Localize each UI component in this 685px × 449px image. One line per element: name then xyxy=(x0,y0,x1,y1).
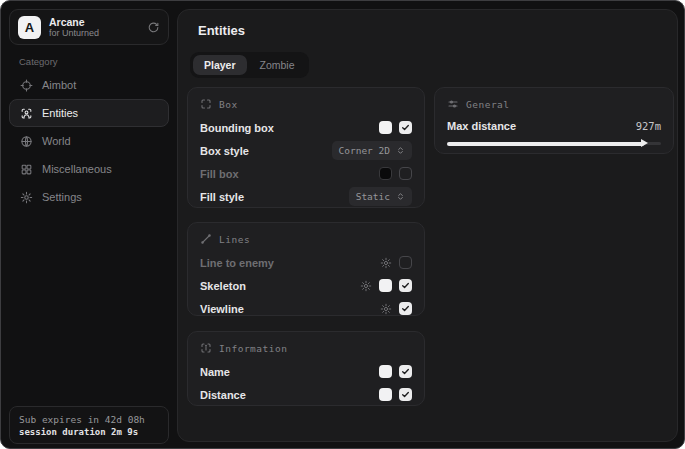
dropdown-value: Corner 2D xyxy=(339,145,390,156)
setting-label: Distance xyxy=(200,389,246,401)
category-label: Category xyxy=(19,56,58,67)
color-swatch[interactable] xyxy=(379,279,392,292)
sub-expiry-text: Sub expires in 42d 08h xyxy=(19,414,159,425)
card-title: Box xyxy=(219,99,238,110)
checkbox-checked[interactable] xyxy=(399,121,412,134)
card-title: Lines xyxy=(219,234,250,245)
setting-label: Name xyxy=(200,366,230,378)
page-title: Entities xyxy=(198,23,245,38)
sidebar-item-label: Aimbot xyxy=(42,79,76,91)
subscription-info-box: Sub expires in 42d 08h session duration … xyxy=(9,406,169,444)
app-title-block: Arcane for Unturned xyxy=(49,16,99,39)
box-style-dropdown[interactable]: Corner 2D xyxy=(332,141,412,160)
card-title: Information xyxy=(219,343,287,354)
sidebar-item-label: Miscellaneous xyxy=(42,163,112,175)
grid-icon xyxy=(20,163,33,176)
app-name: Arcane xyxy=(49,16,99,28)
sidebar-item-label: Entities xyxy=(42,107,78,119)
tab-zombie[interactable]: Zombie xyxy=(249,55,306,75)
row-settings-gear-icon[interactable] xyxy=(380,257,392,269)
globe-icon xyxy=(20,135,33,148)
sidebar-item-world[interactable]: World xyxy=(9,127,169,155)
lines-card: Lines Line to enemy Skeleton xyxy=(187,222,425,316)
color-swatch[interactable] xyxy=(379,365,392,378)
fill-style-dropdown[interactable]: Static xyxy=(349,187,412,206)
setting-label: Fill style xyxy=(200,191,244,203)
box-card-header: Box xyxy=(200,97,412,111)
setting-label: Line to enemy xyxy=(200,257,274,269)
sidebar-item-miscellaneous[interactable]: Miscellaneous xyxy=(9,155,169,183)
general-card-header: General xyxy=(447,97,661,111)
slider-thumb[interactable] xyxy=(641,139,648,147)
sidebar-item-settings[interactable]: Settings xyxy=(9,183,169,211)
max-distance-slider[interactable] xyxy=(447,138,661,149)
app-subtitle: for Unturned xyxy=(49,28,99,39)
sidebar-header: A Arcane for Unturned xyxy=(9,9,169,45)
app-logo: A xyxy=(18,16,41,39)
setting-row-fill-box: Fill box xyxy=(200,162,412,185)
setting-label: Box style xyxy=(200,145,249,157)
setting-label: Skeleton xyxy=(200,280,246,292)
tab-player[interactable]: Player xyxy=(193,55,247,75)
max-distance-row: Max distance 927m xyxy=(447,116,661,136)
setting-row-line-to-enemy: Line to enemy xyxy=(200,251,412,274)
slider-label: Max distance xyxy=(447,120,516,132)
setting-label: Bounding box xyxy=(200,122,274,134)
setting-label: Fill box xyxy=(200,168,239,180)
sidebar-nav: Aimbot Entities World xyxy=(9,71,169,211)
crosshair-icon xyxy=(20,79,33,92)
entity-tabs: Player Zombie xyxy=(190,52,309,78)
chevrons-up-down-icon xyxy=(396,146,405,155)
checkbox-checked[interactable] xyxy=(399,365,412,378)
lines-card-header: Lines xyxy=(200,232,412,246)
checkbox-unchecked[interactable] xyxy=(399,167,412,180)
row-settings-gear-icon[interactable] xyxy=(360,280,372,292)
sidebar-item-label: Settings xyxy=(42,191,82,203)
sliders-icon xyxy=(447,98,459,110)
color-swatch[interactable] xyxy=(379,388,392,401)
slider-value: 927m xyxy=(636,120,661,132)
line-icon xyxy=(200,233,212,245)
checkbox-checked[interactable] xyxy=(399,302,412,315)
sidebar-item-label: World xyxy=(42,135,71,147)
gear-icon xyxy=(20,191,33,204)
refresh-icon[interactable] xyxy=(147,21,160,34)
slider-fill xyxy=(447,142,644,146)
general-card: General Max distance 927m xyxy=(434,87,674,154)
setting-row-viewline: Viewline xyxy=(200,297,412,320)
row-settings-gear-icon[interactable] xyxy=(380,303,392,315)
dropdown-value: Static xyxy=(356,191,390,202)
sidebar-item-entities[interactable]: Entities xyxy=(9,99,169,127)
person-scan-icon xyxy=(20,107,33,120)
card-title: General xyxy=(466,99,510,110)
checkbox-checked[interactable] xyxy=(399,388,412,401)
setting-row-fill-style: Fill style Static xyxy=(200,185,412,208)
setting-row-box-style: Box style Corner 2D xyxy=(200,139,412,162)
info-scan-icon xyxy=(200,342,212,354)
checkbox-checked[interactable] xyxy=(399,279,412,292)
setting-row-skeleton: Skeleton xyxy=(200,274,412,297)
setting-label: Viewline xyxy=(200,303,244,315)
setting-row-name: Name xyxy=(200,360,412,383)
checkbox-unchecked[interactable] xyxy=(399,256,412,269)
information-card-header: Information xyxy=(200,341,412,355)
setting-row-bounding-box: Bounding box xyxy=(200,116,412,139)
box-card: Box Bounding box Box style Corner 2D xyxy=(187,87,425,208)
main-panel: Entities Player Zombie Box Bounding box xyxy=(177,9,678,442)
app-window: A Arcane for Unturned Category Aimbot xyxy=(0,0,685,449)
information-card: Information Name Distance xyxy=(187,331,425,406)
box-corners-icon xyxy=(200,98,212,110)
setting-row-distance: Distance xyxy=(200,383,412,406)
color-swatch[interactable] xyxy=(379,167,392,180)
sidebar-item-aimbot[interactable]: Aimbot xyxy=(9,71,169,99)
color-swatch[interactable] xyxy=(379,121,392,134)
chevrons-up-down-icon xyxy=(396,192,405,201)
session-duration-text: session duration 2m 9s xyxy=(19,427,159,437)
